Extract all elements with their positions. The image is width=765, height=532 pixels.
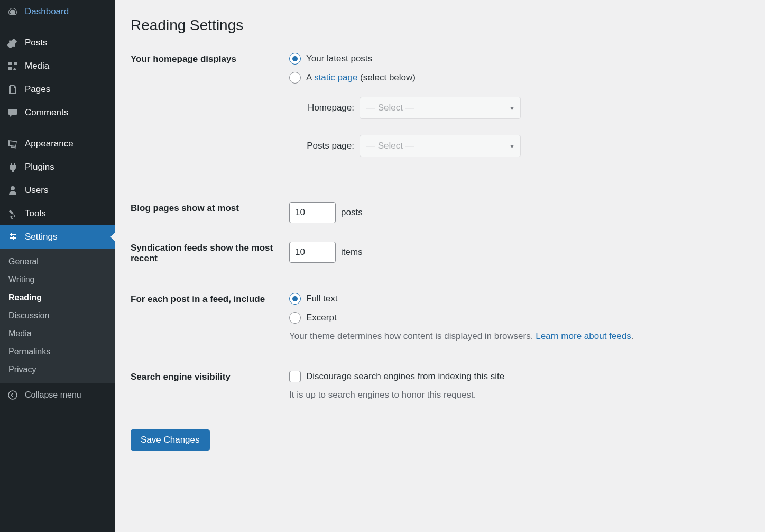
comments-icon	[6, 106, 19, 119]
svg-point-0	[8, 391, 17, 399]
chevron-down-icon: ▾	[510, 142, 514, 150]
settings-icon	[6, 231, 19, 243]
submenu-item-media[interactable]: Media	[0, 325, 115, 343]
select-value: — Select —	[366, 103, 414, 113]
checkbox-discourage-search[interactable]: Discourage search engines from indexing …	[289, 371, 749, 382]
row-homepage-displays: Your homepage displays Your latest posts…	[131, 53, 749, 173]
sidebar-item-label: Dashboard	[25, 6, 69, 17]
posts-per-page-input[interactable]	[289, 202, 336, 223]
admin-sidebar: Dashboard Posts Media Pages Comments App…	[0, 0, 115, 532]
pin-icon	[6, 36, 19, 49]
submenu-item-general[interactable]: General	[0, 253, 115, 271]
checkbox-icon	[289, 371, 301, 382]
appearance-icon	[6, 137, 19, 150]
users-icon	[6, 184, 19, 197]
sidebar-item-posts[interactable]: Posts	[0, 31, 115, 54]
row-feed-content: For each post in a feed, include Full te…	[131, 293, 749, 342]
sidebar-item-label: Posts	[25, 38, 48, 48]
radio-icon	[289, 293, 301, 305]
radio-label: Excerpt	[306, 313, 337, 323]
homepage-select-label: Homepage:	[302, 103, 354, 113]
unit-label: posts	[341, 207, 363, 218]
media-icon	[6, 60, 19, 72]
submenu-item-permalinks[interactable]: Permalinks	[0, 343, 115, 361]
unit-label: items	[341, 247, 363, 258]
syndication-items-input[interactable]	[289, 242, 336, 263]
sidebar-item-plugins[interactable]: Plugins	[0, 155, 115, 179]
select-value: — Select —	[366, 141, 414, 151]
radio-icon	[289, 53, 301, 65]
row-search-visibility: Search engine visibility Discourage sear…	[131, 371, 749, 400]
label-homepage-displays: Your homepage displays	[131, 53, 289, 65]
row-blog-pages: Blog pages show at most posts	[131, 202, 749, 223]
sidebar-item-label: Settings	[25, 232, 57, 242]
submenu-item-privacy[interactable]: Privacy	[0, 361, 115, 379]
plugins-icon	[6, 161, 19, 173]
main-content: Reading Settings Your homepage displays …	[115, 0, 765, 532]
tools-icon	[6, 207, 19, 220]
sidebar-item-label: Comments	[25, 107, 68, 118]
label-feed-content: For each post in a feed, include	[131, 293, 289, 305]
sidebar-item-users[interactable]: Users	[0, 179, 115, 202]
radio-excerpt[interactable]: Excerpt	[289, 312, 749, 324]
radio-latest-posts[interactable]: Your latest posts	[289, 53, 749, 65]
collapse-menu-button[interactable]: Collapse menu	[0, 383, 115, 407]
settings-submenu: General Writing Reading Discussion Media…	[0, 249, 115, 383]
collapse-menu-label: Collapse menu	[25, 390, 81, 400]
static-page-link[interactable]: static page	[314, 72, 357, 82]
posts-page-select[interactable]: — Select — ▾	[360, 135, 521, 157]
radio-full-text[interactable]: Full text	[289, 293, 749, 305]
label-search-visibility: Search engine visibility	[131, 371, 289, 382]
radio-icon	[289, 72, 301, 84]
collapse-icon	[6, 389, 19, 401]
sidebar-item-label: Media	[25, 61, 49, 71]
sidebar-item-label: Users	[25, 185, 48, 196]
radio-icon	[289, 312, 301, 324]
row-syndication: Syndication feeds show the most recent i…	[131, 242, 749, 264]
sidebar-item-label: Tools	[25, 208, 46, 219]
sidebar-item-label: Plugins	[25, 162, 54, 172]
sidebar-item-appearance[interactable]: Appearance	[0, 132, 115, 155]
sidebar-item-comments[interactable]: Comments	[0, 101, 115, 124]
search-visibility-description: It is up to search engines to honor this…	[289, 390, 749, 400]
sidebar-item-label: Pages	[25, 84, 50, 95]
page-title: Reading Settings	[131, 11, 749, 37]
radio-label: Full text	[306, 293, 338, 304]
sidebar-item-pages[interactable]: Pages	[0, 78, 115, 101]
sidebar-item-media[interactable]: Media	[0, 54, 115, 78]
sidebar-item-label: Appearance	[25, 139, 73, 149]
sidebar-item-settings[interactable]: Settings	[0, 225, 115, 249]
radio-label: A static page (select below)	[306, 72, 416, 83]
label-blog-pages: Blog pages show at most	[131, 202, 289, 214]
homepage-select[interactable]: — Select — ▾	[360, 97, 521, 119]
checkbox-label: Discourage search engines from indexing …	[306, 371, 504, 382]
sidebar-item-tools[interactable]: Tools	[0, 202, 115, 225]
save-changes-button[interactable]: Save Changes	[131, 429, 210, 451]
chevron-down-icon: ▾	[510, 104, 514, 112]
radio-label: Your latest posts	[306, 53, 372, 64]
feed-description: Your theme determines how content is dis…	[289, 331, 749, 342]
submenu-item-reading[interactable]: Reading	[0, 289, 115, 307]
label-syndication: Syndication feeds show the most recent	[131, 242, 289, 264]
pages-icon	[6, 83, 19, 96]
learn-more-feeds-link[interactable]: Learn more about feeds	[536, 331, 631, 341]
radio-static-page[interactable]: A static page (select below)	[289, 72, 749, 84]
submenu-item-writing[interactable]: Writing	[0, 271, 115, 289]
submenu-item-discussion[interactable]: Discussion	[0, 307, 115, 325]
sidebar-item-dashboard[interactable]: Dashboard	[0, 0, 115, 23]
posts-page-select-label: Posts page:	[302, 141, 354, 151]
dashboard-icon	[6, 5, 19, 18]
